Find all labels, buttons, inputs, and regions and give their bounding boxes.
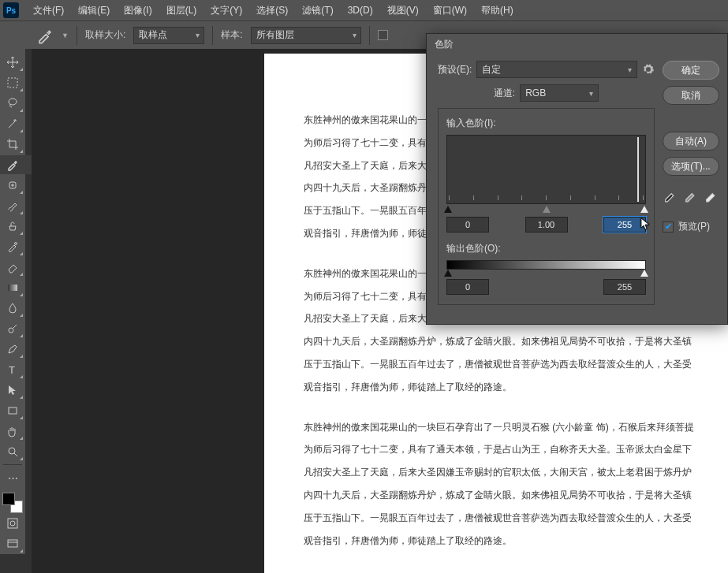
input-slider[interactable] [446, 206, 646, 215]
preview-checkbox[interactable]: ✔ [663, 221, 674, 233]
svg-point-5 [9, 328, 13, 333]
svg-point-1 [9, 99, 17, 105]
black-point-handle[interactable] [444, 206, 452, 213]
svg-text:T: T [9, 364, 15, 376]
svg-point-8 [9, 448, 15, 454]
color-swatches[interactable] [2, 493, 23, 513]
blur-tool[interactable] [2, 299, 24, 318]
output-black-field[interactable]: 0 [446, 279, 489, 295]
menu-window[interactable]: 窗口(W) [427, 1, 473, 20]
quick-mask-toggle[interactable] [2, 514, 24, 533]
gray-eyedropper-icon[interactable] [683, 187, 699, 203]
menu-3d[interactable]: 3D(D) [342, 2, 379, 19]
gear-icon[interactable] [642, 63, 655, 76]
move-tool[interactable] [2, 53, 24, 72]
svg-point-3 [15, 243, 17, 245]
svg-point-10 [10, 521, 15, 526]
history-brush-tool[interactable] [2, 237, 24, 256]
svg-rect-4 [8, 285, 17, 291]
clone-stamp-tool[interactable] [2, 217, 24, 236]
gradient-tool[interactable] [2, 278, 24, 297]
levels-dialog: 色阶 预设(E): 自定 通道: RGB 输入色阶(I): [426, 33, 728, 325]
type-tool[interactable]: T [2, 360, 24, 379]
input-black-field[interactable]: 0 [446, 217, 489, 233]
menubar: Ps 文件(F) 编辑(E) 图像(I) 图层(L) 文字(Y) 选择(S) 滤… [0, 0, 728, 20]
cancel-button[interactable]: 取消 [663, 86, 719, 105]
chevron-down-icon[interactable]: ▼ [62, 32, 69, 39]
black-eyedropper-icon[interactable] [663, 187, 678, 203]
channel-select[interactable]: RGB [520, 84, 599, 102]
input-levels-label: 输入色阶(I): [446, 117, 496, 128]
dialog-title: 色阶 [435, 38, 454, 51]
histogram [446, 135, 646, 204]
svg-rect-11 [8, 540, 17, 547]
preset-select[interactable]: 自定 [476, 61, 637, 78]
preview-label: 预览(P) [678, 220, 710, 233]
screen-mode-toggle[interactable] [2, 534, 24, 553]
hand-tool[interactable] [2, 422, 24, 441]
zoom-tool[interactable] [2, 442, 24, 461]
path-select-tool[interactable] [2, 381, 24, 400]
healing-tool[interactable] [2, 176, 24, 195]
auto-button[interactable]: 自动(A) [663, 132, 719, 151]
menu-select[interactable]: 选择(S) [250, 1, 294, 20]
menu-help[interactable]: 帮助(H) [475, 1, 520, 20]
marquee-tool[interactable] [2, 73, 24, 92]
output-slider[interactable] [446, 270, 646, 279]
crop-tool[interactable] [2, 135, 24, 154]
menu-image[interactable]: 图像(I) [118, 1, 158, 20]
rectangle-tool[interactable] [2, 401, 24, 420]
gamma-handle[interactable] [543, 206, 551, 213]
input-white-field[interactable]: 255 [603, 217, 646, 233]
svg-rect-9 [8, 519, 17, 528]
sample-layer-label: 样本: [221, 28, 242, 42]
ok-button[interactable]: 确定 [663, 61, 719, 80]
doc-paragraph: 东胜神州的傲来国花果山的一块巨石孕育出了一只明灵石猴 (六小龄童 饰)，石猴后来… [304, 416, 698, 553]
preset-label: 预设(E): [438, 63, 472, 76]
sample-size-label: 取样大小: [85, 28, 125, 42]
eraser-tool[interactable] [2, 258, 24, 277]
lasso-tool[interactable] [2, 94, 24, 113]
brush-tool[interactable] [2, 196, 24, 215]
output-levels-label: 输出色阶(O): [446, 242, 646, 255]
menu-file[interactable]: 文件(F) [27, 1, 70, 20]
menu-type[interactable]: 文字(Y) [204, 1, 248, 20]
white-eyedropper-icon[interactable] [704, 187, 719, 203]
output-white-handle[interactable] [640, 270, 648, 277]
app-logo: Ps [3, 2, 19, 18]
show-sampling-ring-checkbox[interactable] [378, 30, 388, 40]
dialog-titlebar[interactable]: 色阶 [427, 34, 727, 54]
channel-label: 通道: [494, 87, 515, 100]
input-levels-panel: 输入色阶(I): 0 1.00 255 输出色阶(O): [438, 108, 655, 305]
edit-toolbar[interactable]: ⋯ [2, 468, 24, 487]
svg-rect-0 [8, 78, 17, 87]
pen-tool[interactable] [2, 340, 24, 359]
menu-filter[interactable]: 滤镜(T) [296, 1, 339, 20]
options-button[interactable]: 选项(T)... [663, 157, 719, 176]
dodge-tool[interactable] [2, 319, 24, 338]
svg-rect-7 [9, 407, 17, 414]
output-white-field[interactable]: 255 [603, 279, 646, 295]
input-gamma-field[interactable]: 1.00 [525, 217, 568, 233]
output-black-handle[interactable] [444, 270, 452, 277]
menu-edit[interactable]: 编辑(E) [72, 1, 116, 20]
white-point-handle[interactable] [640, 206, 648, 213]
sample-size-select[interactable]: 取样点 [133, 27, 204, 44]
eyedropper-icon [36, 27, 54, 44]
menu-layer[interactable]: 图层(L) [160, 1, 203, 20]
output-gradient [446, 260, 646, 270]
toolbar: T ⋯ [0, 49, 25, 554]
sample-layer-select[interactable]: 所有图层 [251, 27, 361, 44]
magic-wand-tool[interactable] [2, 114, 24, 133]
menu-view[interactable]: 视图(V) [381, 1, 425, 20]
